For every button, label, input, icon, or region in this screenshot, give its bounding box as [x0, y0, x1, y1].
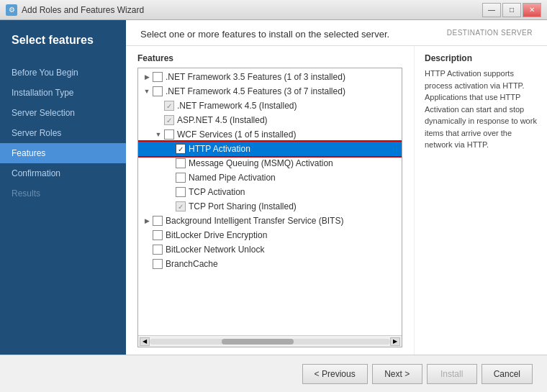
- features-list-wrapper: ▶ .NET Framework 3.5 Features (1 of 3 in…: [137, 68, 402, 347]
- features-label: Features: [137, 53, 402, 63]
- feature-checkbox[interactable]: [153, 245, 163, 255]
- cancel-button[interactable]: Cancel: [482, 364, 533, 384]
- title-bar-left: ⚙ Add Roles and Features Wizard: [6, 4, 144, 16]
- sidebar-item-features[interactable]: Features: [0, 143, 126, 163]
- list-item[interactable]: .NET Framework 4.5 (Installed): [138, 99, 402, 113]
- feature-checkbox[interactable]: [164, 115, 174, 125]
- next-button[interactable]: Next >: [372, 364, 422, 384]
- feature-checkbox[interactable]: [176, 187, 186, 197]
- feature-name: Named Pipe Activation: [189, 173, 399, 183]
- expand-arrow-placeholder: [164, 172, 176, 183]
- window-title: Add Roles and Features Wizard: [22, 5, 144, 15]
- feature-checkbox[interactable]: [176, 144, 186, 154]
- list-item[interactable]: BitLocker Network Unlock: [138, 242, 402, 257]
- feature-name: .NET Framework 4.5 Features (3 of 7 inst…: [166, 86, 399, 96]
- destination-server-label: DESTINATION SERVER: [447, 29, 533, 37]
- sidebar-item-installation-type[interactable]: Installation Type: [0, 83, 126, 103]
- feature-checkbox[interactable]: [153, 86, 163, 96]
- previous-button[interactable]: < Previous: [302, 364, 368, 384]
- list-item[interactable]: BitLocker Drive Encryption: [138, 228, 402, 242]
- sidebar-nav: Before You Begin Installation Type Serve…: [0, 63, 126, 204]
- pane-body: Features ▶ .NET Framework 3.5 Features (…: [126, 46, 547, 355]
- sidebar-item-server-roles[interactable]: Server Roles: [0, 123, 126, 143]
- wizard-content: Select features Before You Begin Install…: [0, 20, 547, 355]
- sidebar-item-results: Results: [0, 183, 126, 204]
- list-item[interactable]: ▶ .NET Framework 3.5 Features (1 of 3 in…: [138, 70, 402, 84]
- feature-checkbox[interactable]: [164, 129, 174, 140]
- expand-arrow-icon[interactable]: ▶: [141, 71, 153, 83]
- feature-checkbox[interactable]: [164, 101, 174, 111]
- wizard-body: Select features Before You Begin Install…: [0, 20, 547, 392]
- app-icon: ⚙: [6, 4, 17, 16]
- feature-name: BranchCache: [166, 259, 399, 269]
- window-controls: — □ ✕: [482, 3, 541, 17]
- expand-arrow-placeholder: [141, 258, 153, 270]
- sidebar-item-before-you-begin[interactable]: Before You Begin: [0, 63, 126, 83]
- expand-arrow-placeholder: [164, 201, 176, 212]
- expand-arrow-icon[interactable]: ▼: [141, 86, 153, 97]
- feature-checkbox[interactable]: [153, 230, 163, 240]
- title-bar: ⚙ Add Roles and Features Wizard — □ ✕: [0, 0, 547, 20]
- list-item[interactable]: ASP.NET 4.5 (Installed): [138, 113, 402, 127]
- feature-name: BitLocker Network Unlock: [166, 245, 399, 255]
- features-panel: Features ▶ .NET Framework 3.5 Features (…: [126, 46, 414, 355]
- scrollbar-track: [150, 339, 390, 345]
- sidebar-title: Select features: [12, 33, 114, 48]
- maximize-button[interactable]: □: [502, 3, 521, 17]
- sidebar-item-server-selection[interactable]: Server Selection: [0, 103, 126, 123]
- feature-name: .NET Framework 3.5 Features (1 of 3 inst…: [166, 72, 399, 82]
- feature-name: TCP Port Sharing (Installed): [189, 201, 399, 211]
- expand-arrow-icon[interactable]: ▶: [141, 215, 153, 227]
- install-button: Install: [427, 364, 477, 384]
- list-item[interactable]: Message Queuing (MSMQ) Activation: [138, 156, 402, 170]
- description-panel: Description HTTP Activation supports pro…: [414, 46, 547, 355]
- expand-arrow-placeholder: [164, 143, 176, 155]
- list-item[interactable]: BranchCache: [138, 257, 402, 271]
- list-item[interactable]: ▶ Background Intelligent Transfer Servic…: [138, 214, 402, 228]
- feature-name: HTTP Activation: [189, 144, 399, 154]
- features-list[interactable]: ▶ .NET Framework 3.5 Features (1 of 3 in…: [138, 68, 402, 335]
- description-title: Description: [425, 53, 537, 63]
- feature-name: ASP.NET 4.5 (Installed): [177, 115, 399, 125]
- close-button[interactable]: ✕: [523, 3, 541, 17]
- expand-arrow-placeholder: [164, 158, 176, 169]
- horizontal-scrollbar[interactable]: ◀ ▶: [138, 335, 402, 347]
- feature-name: BitLocker Drive Encryption: [166, 230, 399, 240]
- feature-checkbox[interactable]: [153, 72, 163, 82]
- list-item[interactable]: ▼ .NET Framework 4.5 Features (3 of 7 in…: [138, 84, 402, 99]
- feature-name: .NET Framework 4.5 (Installed): [177, 101, 399, 111]
- expand-arrow-placeholder: [141, 229, 153, 241]
- feature-checkbox[interactable]: [153, 259, 163, 269]
- description-text: HTTP Activation supports process activat…: [425, 68, 537, 151]
- list-item[interactable]: ▼ WCF Services (1 of 5 installed): [138, 127, 402, 142]
- wizard-footer: < Previous Next > Install Cancel: [0, 355, 547, 392]
- feature-checkbox[interactable]: [176, 201, 186, 211]
- right-pane: Select one or more features to install o…: [126, 20, 547, 355]
- feature-name: Message Queuing (MSMQ) Activation: [189, 158, 399, 168]
- sidebar-header: Select features: [0, 20, 126, 57]
- sidebar-item-confirmation[interactable]: Confirmation: [0, 163, 126, 183]
- minimize-button[interactable]: —: [482, 3, 501, 17]
- feature-name: WCF Services (1 of 5 installed): [177, 129, 399, 140]
- feature-name: Background Intelligent Transfer Service …: [166, 216, 399, 226]
- expand-arrow-placeholder: [153, 100, 164, 111]
- expand-arrow-placeholder: [141, 244, 153, 255]
- list-item[interactable]: HTTP Activation: [138, 142, 402, 156]
- feature-checkbox[interactable]: [153, 216, 163, 226]
- sidebar: Select features Before You Begin Install…: [0, 20, 126, 355]
- list-item[interactable]: Named Pipe Activation: [138, 170, 402, 185]
- feature-name: TCP Activation: [189, 187, 399, 197]
- expand-arrow-icon[interactable]: ▼: [153, 129, 164, 140]
- expand-arrow-placeholder: [153, 114, 164, 126]
- expand-arrow-placeholder: [164, 186, 176, 198]
- feature-checkbox[interactable]: [176, 173, 186, 183]
- list-item[interactable]: TCP Port Sharing (Installed): [138, 199, 402, 214]
- feature-checkbox[interactable]: [176, 158, 186, 168]
- right-header: Select one or more features to install o…: [126, 20, 547, 46]
- header-instruction: Select one or more features to install o…: [140, 29, 389, 40]
- scrollbar-thumb[interactable]: [222, 339, 294, 345]
- list-item[interactable]: TCP Activation: [138, 185, 402, 199]
